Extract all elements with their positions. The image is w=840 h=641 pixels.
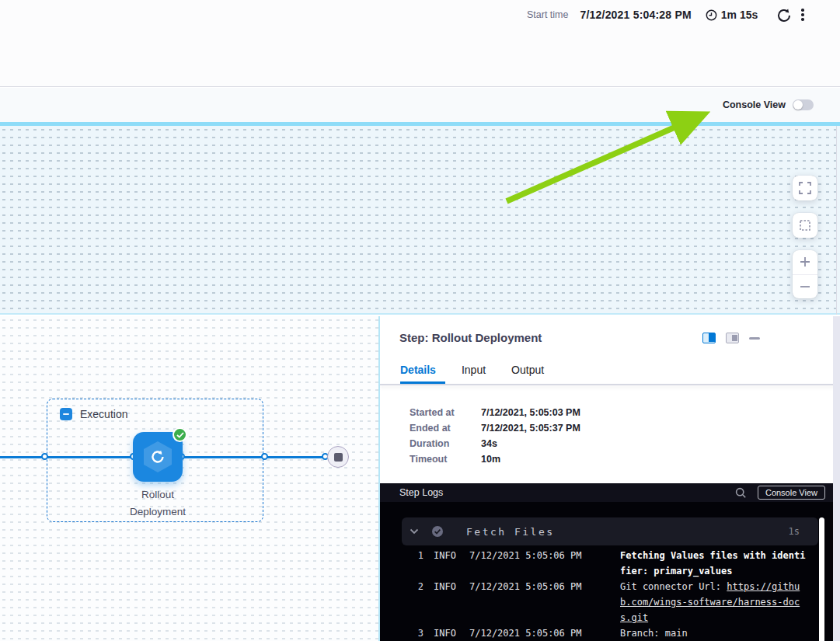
stage-graph-canvas[interactable]	[0, 126, 840, 315]
log-lt: 7/12/2021 5:05:06 PM	[469, 579, 620, 625]
stop-node[interactable]	[327, 446, 349, 468]
details-tabs: Details Input Output	[400, 364, 544, 376]
log-ln: 2	[380, 579, 423, 625]
step-logs-bar: Step Logs Console View	[380, 483, 833, 502]
step-detail-fields: Started at 7/12/2021, 5:05:03 PM Ended a…	[410, 405, 580, 467]
section-success-icon	[431, 525, 444, 538]
logs-console-view-button[interactable]: Console View	[758, 486, 825, 500]
edge-connector	[261, 453, 268, 460]
log-section-name: Fetch Files	[466, 526, 555, 538]
tab-details[interactable]: Details	[400, 364, 436, 376]
log-message-line: fier: primary_values	[620, 563, 807, 579]
log-lv: INFO	[434, 625, 469, 641]
log-link[interactable]: b.com/wings-software/harness-doc	[620, 597, 800, 608]
log-section-fetch-files[interactable]: Fetch Files 1s	[402, 517, 818, 545]
detail-row: Ended at 7/12/2021, 5:05:37 PM	[410, 420, 580, 436]
elapsed-duration: 1m 15s	[706, 9, 758, 21]
log-text: Branch: main	[620, 628, 688, 639]
log-text: fier: primary_values	[620, 566, 733, 577]
node-hexagon	[144, 441, 172, 472]
log-viewer: Fetch Files 1s 1INFO7/12/2021 5:05:06 PM…	[380, 502, 833, 641]
log-lv: INFO	[434, 548, 469, 579]
execution-header: Start time 7/12/2021 5:04:28 PM 1m 15s	[0, 0, 840, 87]
log-ln: 1	[380, 548, 423, 579]
log-row: 1INFO7/12/2021 5:05:06 PMFetching Values…	[380, 548, 815, 579]
log-scrollbar-thumb[interactable]	[819, 517, 824, 641]
step-graph-canvas[interactable]: Execution Rollout Deployment	[0, 316, 379, 641]
console-view-label: Console View	[723, 99, 786, 110]
active-tab-indicator	[400, 381, 445, 384]
clock-icon	[706, 9, 717, 21]
toggle-knob	[793, 100, 803, 110]
log-section-duration: 1s	[789, 526, 800, 537]
fit-selection-button[interactable]	[793, 213, 817, 238]
step-details-panel: Step: Rollout Deployment Details Input O…	[380, 316, 840, 641]
log-message-line: Branch: main	[620, 625, 807, 641]
chevron-down-icon	[410, 528, 419, 535]
tab-input[interactable]: Input	[462, 364, 486, 376]
refresh-icon	[776, 8, 792, 23]
panel-title: Step: Rollout Deployment	[399, 331, 542, 344]
panel-view-icon[interactable]	[726, 333, 739, 343]
node-label: Rollout Deployment	[96, 486, 220, 521]
tab-divider	[380, 384, 840, 385]
zoom-out-button[interactable]	[793, 275, 817, 299]
log-text: Git connector Url:	[620, 581, 727, 592]
start-time-group: Start time 7/12/2021 5:04:28 PM 1m 15s	[527, 9, 758, 21]
canvas-right-edge	[836, 126, 837, 315]
node-success-badge	[173, 427, 187, 442]
zoom-out-icon	[799, 280, 811, 293]
panel-scrollbar-track[interactable]	[833, 316, 840, 641]
start-time-value: 7/12/2021 5:04:28 PM	[580, 9, 692, 21]
refresh-button[interactable]	[776, 8, 792, 23]
zoom-in-icon	[799, 256, 811, 268]
log-message: Branch: main	[620, 625, 807, 641]
log-lt: 7/12/2021 5:05:06 PM	[469, 625, 620, 641]
log-entries: 1INFO7/12/2021 5:05:06 PMFetching Values…	[380, 548, 815, 641]
step-logs-title: Step Logs	[399, 487, 443, 498]
log-ln: 3	[380, 625, 423, 641]
log-row: 3INFO7/12/2021 5:05:06 PMBranch: main	[380, 625, 815, 641]
rollout-refresh-icon	[150, 449, 166, 465]
frame-selection-icon	[799, 219, 811, 232]
execution-group-header: Execution	[60, 408, 127, 420]
kebab-menu-icon	[801, 9, 804, 12]
log-lt: 7/12/2021 5:05:06 PM	[469, 548, 620, 579]
detail-row: Timeout 10m	[410, 451, 580, 467]
log-message-line: b.com/wings-software/harness-doc	[620, 594, 807, 610]
stop-square-icon	[334, 453, 343, 462]
start-time-label: Start time	[527, 9, 569, 20]
console-view-toggle[interactable]	[793, 99, 814, 110]
view-toolbar: Console View	[0, 88, 840, 122]
log-link[interactable]: s.git	[620, 612, 648, 623]
log-link[interactable]: https://githu	[727, 581, 800, 592]
execution-group-label: Execution	[80, 408, 127, 420]
zoom-control-group	[793, 250, 817, 298]
edge-connector	[41, 453, 48, 460]
expand-icon	[799, 182, 811, 194]
expand-view-button[interactable]	[793, 176, 817, 200]
collapse-group-button[interactable]	[60, 408, 72, 420]
log-message-line: s.git	[620, 610, 807, 625]
detail-row: Duration 34s	[410, 436, 580, 451]
split-view-active-icon[interactable]	[702, 333, 716, 343]
log-row: 2INFO7/12/2021 5:05:06 PMGit connector U…	[380, 579, 815, 625]
zoom-in-button[interactable]	[793, 250, 817, 275]
log-message: Fetching Values files with identifier: p…	[620, 548, 807, 579]
more-options-button[interactable]	[801, 9, 804, 21]
pipeline-execution-screen: Start time 7/12/2021 5:04:28 PM 1m 15s C…	[0, 0, 840, 641]
tab-output[interactable]: Output	[511, 364, 544, 376]
check-icon	[176, 432, 184, 438]
search-icon[interactable]	[735, 487, 747, 499]
detail-row: Started at 7/12/2021, 5:05:03 PM	[410, 405, 580, 420]
log-lv: INFO	[434, 579, 469, 625]
log-text: Fetching Values files with identi	[620, 550, 805, 561]
log-message-line: Fetching Values files with identi	[620, 548, 807, 563]
log-message: Git connector Url: https://github.com/wi…	[620, 579, 807, 625]
log-message-line: Git connector Url: https://githu	[620, 579, 807, 594]
minimize-panel-button[interactable]	[749, 337, 760, 340]
